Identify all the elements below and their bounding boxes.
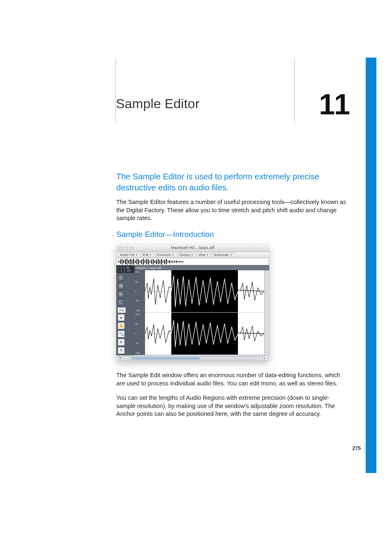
tool-palette: ⌂ ⟲ ∞ 🔈 Cha ▸ ✋ 🔍 ✛ ✎ xyxy=(116,273,134,355)
menu-factory[interactable]: Factory▼ xyxy=(177,253,196,257)
chevron-down-icon: ▼ xyxy=(149,254,152,256)
chevron-down-icon: ▼ xyxy=(172,254,174,256)
pencil-icon[interactable]: ✎ xyxy=(118,347,125,354)
chapter-side-bar xyxy=(366,58,376,473)
waveform-main: Region 1: loop1.aiff 100 50 0 -50 -100 xyxy=(134,265,269,355)
editor-footer: ⊞ ▭ ◂ ▸ xyxy=(116,355,269,361)
menu-audiosuite[interactable]: Audiosuite▼ xyxy=(212,253,234,257)
page-number-rule xyxy=(364,443,365,456)
region-label[interactable]: Region 1: loop1.aiff xyxy=(134,265,269,270)
amplitude-axis-right: 100 50 0 -50 -100 xyxy=(134,313,145,355)
loop-icon[interactable]: ⟲ xyxy=(118,283,125,290)
body-paragraph-3: You can set the lengths of Audio Regions… xyxy=(116,394,346,418)
hand-icon[interactable]: ✋ xyxy=(118,322,125,329)
menu-edit[interactable]: Edit▼ xyxy=(141,253,154,257)
window-menubar: Audio File▼ Edit▼ Functions▼ Factory▼ Vi… xyxy=(116,252,269,258)
waveform-selected-svg xyxy=(171,313,238,355)
overview-waveform xyxy=(118,259,267,264)
chapter-intro: The Sample Editor is used to perform ext… xyxy=(116,171,334,193)
scroll-thumb[interactable] xyxy=(131,357,200,359)
scroll-left-icon[interactable]: ◂ xyxy=(256,356,261,360)
menu-view[interactable]: View▼ xyxy=(196,253,211,257)
speaker-icon[interactable]: 🔈 xyxy=(118,299,125,306)
vertical-scrollbar[interactable] xyxy=(264,270,269,355)
section-heading: Sample Editor—Introduction xyxy=(116,230,214,239)
waveform-channel-right[interactable]: 100 50 0 -50 -100 xyxy=(145,313,264,355)
page-number: 275 xyxy=(352,445,361,451)
chapter-number: 11 xyxy=(319,88,349,121)
chevron-down-icon: ▼ xyxy=(206,254,209,256)
chevron-down-icon: ▼ xyxy=(230,254,232,256)
waveform-selected-svg xyxy=(171,270,238,312)
zoom-slider-icon[interactable]: ▭ xyxy=(124,356,129,360)
waveform-area[interactable]: 100 50 0 -50 -100 xyxy=(134,270,269,355)
home-icon[interactable]: ⌂ xyxy=(118,274,125,282)
selection-region[interactable] xyxy=(171,313,238,355)
waveform-channel-left[interactable]: 100 50 0 -50 -100 xyxy=(145,270,264,313)
page: Sample Editor 11 The Sample Editor is us… xyxy=(0,0,392,538)
chevron-down-icon: ▼ xyxy=(191,254,194,256)
selection-region[interactable] xyxy=(171,270,238,312)
left-panel: 1 1 1 00 : 1 7 122 ⌂ ⟲ ∞ 🔈 Cha ▸ ✋ 🔍 ✛ ✎ xyxy=(116,265,134,355)
window-title: Macintosh HD:...:loop1.aiff xyxy=(116,246,269,250)
menu-audio-file[interactable]: Audio File▼ xyxy=(118,253,140,257)
chapter-title: Sample Editor xyxy=(116,96,200,111)
amplitude-axis-left: 100 50 0 -50 -100 xyxy=(134,270,145,312)
pointer-icon[interactable]: ▸ xyxy=(118,314,125,321)
crosshair-icon[interactable]: ✛ xyxy=(118,339,125,346)
horizontal-scrollbar[interactable] xyxy=(130,356,255,360)
sample-editor-window-figure: Macintosh HD:...:loop1.aiff Audio File▼ … xyxy=(116,245,269,361)
channel-button[interactable]: Cha xyxy=(118,307,126,313)
rule-left xyxy=(115,58,116,123)
rule-right xyxy=(294,58,295,123)
body-paragraph-2: The Sample Edit window offers an enormou… xyxy=(116,371,346,387)
chevron-down-icon: ▼ xyxy=(136,254,138,256)
link-icon[interactable]: ∞ xyxy=(118,291,125,298)
window-titlebar: Macintosh HD:...:loop1.aiff xyxy=(116,245,269,252)
zoom-button[interactable]: ⊞ xyxy=(118,356,123,360)
waveform-overview[interactable] xyxy=(116,258,269,265)
zoom-tool-icon[interactable]: 🔍 xyxy=(118,330,125,338)
position-counter[interactable]: 1 1 1 00 : 1 7 122 xyxy=(116,265,134,273)
body-paragraph-1: The Sample Editor features a number of u… xyxy=(116,198,346,223)
scroll-right-icon[interactable]: ▸ xyxy=(263,356,267,360)
menu-functions[interactable]: Functions▼ xyxy=(154,253,176,257)
editor-body: 1 1 1 00 : 1 7 122 ⌂ ⟲ ∞ 🔈 Cha ▸ ✋ 🔍 ✛ ✎ xyxy=(116,265,269,355)
